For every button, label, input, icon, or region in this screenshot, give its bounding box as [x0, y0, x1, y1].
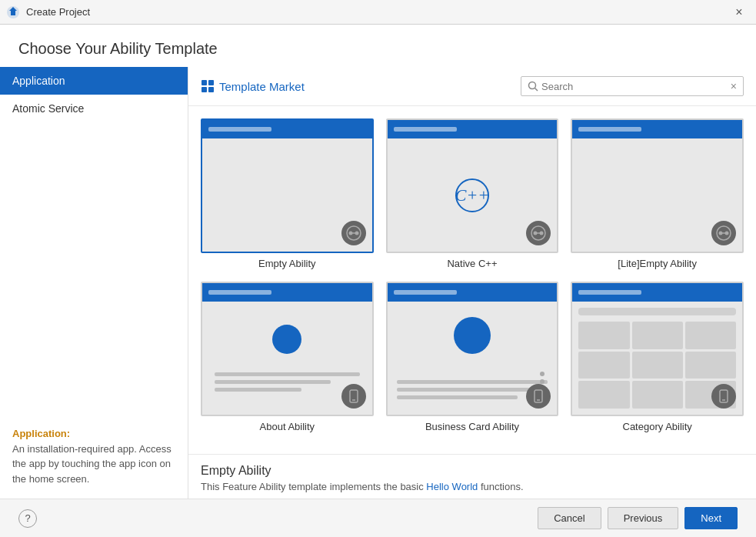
template-card-lite-empty[interactable]: [Lite]Empty Ability: [571, 118, 744, 269]
preview-lines-about: [215, 372, 360, 392]
dialog-title: Choose Your Ability Template: [18, 40, 738, 58]
selected-template-text: This Feature Ability template implements…: [201, 481, 744, 492]
template-label-empty-ability: Empty Ability: [258, 258, 315, 269]
template-preview-business: [386, 282, 559, 416]
preview-header-bar-business: [394, 290, 457, 295]
preview-header-category: [572, 283, 742, 302]
preview-header-cpp: [388, 120, 558, 138]
template-preview-empty-ability: [201, 118, 374, 253]
template-preview-category: [571, 282, 744, 416]
template-label-native-cpp: Native C++: [447, 258, 497, 269]
search-icon: [528, 81, 538, 92]
preview-header-bar-cpp: [394, 127, 457, 132]
template-market-icon: [201, 79, 215, 93]
svg-line-6: [535, 88, 538, 92]
template-card-business[interactable]: Business Card Ability: [386, 282, 559, 432]
template-preview-about: [201, 282, 374, 416]
preview-avatar: [272, 325, 301, 354]
selected-template-description: Empty Ability This Feature Ability templ…: [188, 454, 756, 499]
title-bar: Create Project ×: [0, 0, 756, 25]
phone-icon-category: [716, 389, 731, 404]
sidebar: Application Atomic Service Application: …: [0, 67, 188, 499]
multiplatform-icon-cpp: [530, 225, 547, 242]
svg-rect-3: [201, 87, 207, 92]
sidebar-item-application[interactable]: Application: [0, 67, 188, 95]
template-card-empty-ability[interactable]: Empty Ability: [201, 118, 374, 269]
dialog-header: Choose Your Ability Template: [0, 25, 756, 67]
template-label-lite-empty: [Lite]Empty Ability: [618, 258, 697, 269]
preview-header-about: [202, 283, 372, 302]
highlight-hello: Hello World: [426, 481, 478, 492]
template-badge-empty: [341, 221, 366, 245]
sidebar-description: Application: An installation-required ap…: [0, 414, 188, 499]
content-area: Template Market ×: [188, 67, 756, 499]
sidebar-description-text: An installation-required app. Access the…: [12, 443, 172, 485]
template-label-category: Category Ability: [623, 421, 692, 432]
title-bar-title: Create Project: [26, 6, 90, 18]
app-logo-icon: [6, 5, 20, 19]
phone-icon-about: [346, 389, 361, 404]
template-badge-about: [341, 384, 366, 409]
business-avatar: [454, 317, 491, 354]
preview-header-lite: [572, 120, 742, 138]
preview-header-bar-about: [208, 290, 271, 295]
template-card-category[interactable]: Category Ability: [571, 282, 744, 432]
template-card-about[interactable]: About Ability: [201, 282, 374, 432]
category-search-bar: [578, 308, 736, 315]
template-preview-lite-empty: [571, 118, 744, 253]
search-input[interactable]: [541, 81, 731, 92]
multiplatform-icon: [345, 225, 362, 242]
template-label-about: About Ability: [260, 421, 315, 432]
clear-search-icon[interactable]: ×: [731, 80, 737, 92]
title-bar-left: Create Project: [6, 5, 90, 19]
svg-rect-4: [208, 87, 214, 92]
selected-template-title: Empty Ability: [201, 464, 744, 478]
template-grid: Empty Ability C++: [188, 106, 756, 454]
cancel-button[interactable]: Cancel: [538, 507, 601, 529]
template-market-button[interactable]: Template Market: [201, 79, 305, 93]
business-lines: [397, 380, 548, 399]
multiplatform-icon-lite: [715, 225, 732, 242]
svg-rect-1: [201, 80, 207, 85]
previous-button[interactable]: Previous: [608, 507, 679, 529]
content-header: Template Market ×: [188, 67, 756, 106]
next-button[interactable]: Next: [684, 507, 738, 529]
svg-point-5: [529, 82, 536, 89]
dialog-footer: ? Cancel Previous Next: [0, 499, 756, 537]
dialog-body: Application Atomic Service Application: …: [0, 67, 756, 499]
preview-header: [202, 120, 372, 138]
template-badge-category: [711, 384, 736, 409]
template-card-native-cpp[interactable]: C++ Native C++: [386, 118, 559, 269]
phone-icon-business: [531, 389, 546, 404]
preview-header-bar: [208, 127, 271, 132]
footer-buttons: Cancel Previous Next: [538, 507, 738, 529]
svg-rect-2: [208, 80, 214, 85]
template-badge-lite: [711, 221, 736, 245]
close-button[interactable]: ×: [728, 2, 750, 23]
search-box: ×: [521, 76, 744, 96]
sidebar-description-label: Application:: [12, 428, 70, 439]
preview-header-bar-category: [578, 290, 641, 295]
cpp-icon: C++: [455, 178, 489, 212]
help-button[interactable]: ?: [18, 509, 37, 528]
preview-header-business: [388, 283, 558, 302]
template-label-business: Business Card Ability: [425, 421, 519, 432]
sidebar-item-atomic-service[interactable]: Atomic Service: [0, 95, 188, 122]
preview-header-bar-lite: [578, 127, 641, 132]
dialog: Choose Your Ability Template Application…: [0, 25, 756, 537]
template-preview-native-cpp: C++: [386, 118, 559, 253]
